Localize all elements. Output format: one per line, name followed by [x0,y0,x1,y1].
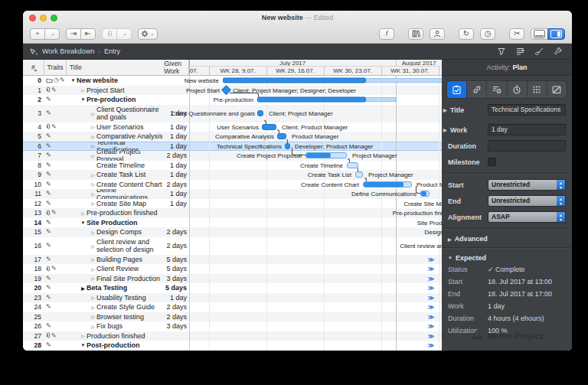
disclosure-closed-icon[interactable]: ▷ [90,172,96,178]
table-row[interactable]: 25▷Browser testing2 days≫ [23,312,442,322]
tab-schedule[interactable] [508,81,528,98]
table-row[interactable]: 17✎▷Building Pages5 days≫ [23,255,442,265]
offscreen-bar-indicator[interactable]: ≫ [428,332,434,339]
gantt-bar[interactable] [257,97,366,103]
disclosure-open-icon[interactable]: ▼ [80,220,87,225]
disclosure-closed-icon[interactable]: ▷ [90,276,96,281]
disclosure-closed-icon[interactable]: ▷ [90,124,96,129]
disclosure-closed-icon[interactable]: ▷ [80,87,87,93]
table-row[interactable]: 18✎▷Client Review5 days≫ [23,264,442,274]
gantt-bar[interactable] [355,171,363,178]
disclosure-closed-icon[interactable]: ▷ [90,181,96,187]
disclosure-closed-icon[interactable]: ▷ [90,134,96,139]
column-header-given-work[interactable]: Given Work [165,60,189,75]
disclosure-open-icon[interactable]: ▼ [70,78,77,83]
table-row[interactable]: 19✎▷Final Site Production3 days≫ [23,274,442,284]
column-header-traits[interactable]: Traits [44,60,67,75]
library-button[interactable] [408,28,423,40]
attach-button[interactable] [102,28,117,40]
gantt-bar[interactable] [366,78,442,83]
work-input[interactable]: 1 day [488,124,566,135]
table-row[interactable]: 7✎▷Create Project Proposal2 daysCreate P… [23,151,442,161]
tab-plan[interactable] [447,81,467,98]
table-row[interactable]: 26✎▷Fix bugs3 days≫ [23,321,442,331]
tab-actuals[interactable]: 0 [487,81,507,98]
alignment-select[interactable]: ASAP▲▼ [488,211,566,223]
tab-links[interactable] [467,81,487,98]
indent-button[interactable]: ⇥ [66,28,81,40]
gantt-bar[interactable] [305,152,347,158]
gantt-bar[interactable] [366,97,397,103]
offscreen-bar-indicator[interactable]: ≫ [428,323,434,330]
gantt-bar[interactable] [223,78,366,83]
disclosure-closed-icon[interactable]: ▷ [80,333,87,338]
disclosure-closed-icon[interactable]: ▷ [90,143,96,148]
table-row[interactable]: 6✎▷Technical Specifications1 dayTechnica… [23,142,442,152]
offscreen-bar-indicator[interactable]: ≫ [428,256,434,263]
breadcrumb-view[interactable]: Work Breakdown [42,47,94,55]
disclosure-closed-icon[interactable]: ▷ [90,230,96,235]
table-row[interactable]: 13✎▷Pre-production finishedPre-productio… [23,208,442,218]
gantt-bar[interactable] [262,124,276,130]
table-row[interactable]: 27✎▷Production finished≫ [23,331,442,341]
table-row[interactable]: 8✎Create Timeline1 dayCreate Timeline [23,161,442,171]
toggle-inspector-button[interactable] [547,28,565,40]
disclosure-closed-icon[interactable]: ▷ [90,266,96,272]
offscreen-bar-indicator[interactable]: ≫ [428,294,434,301]
disclosure-closed-icon[interactable]: ▷ [90,324,96,329]
table-row[interactable]: 28✎▼Post-production≫ [23,341,442,351]
disclosure-closed-icon[interactable]: ▷ [90,111,96,116]
table-row[interactable]: 2✎▼Pre-productionPre-production [23,95,442,105]
column-header-number[interactable]: #▲ [23,60,44,75]
disclosure-closed-icon[interactable]: ▷ [90,256,96,262]
timeline-header[interactable]: July 2017August 2017WK 27, 2.07.WK 28, 9… [189,60,442,75]
outdent-button[interactable]: ⇤ [80,28,96,40]
gantt-bar[interactable] [257,110,263,116]
settings-button[interactable]: ⌄ [138,28,158,40]
end-select[interactable]: Unrestricted▲▼ [488,195,566,207]
outline-format-icon[interactable] [516,47,524,55]
gantt-bar[interactable] [420,191,430,197]
offscreen-bar-indicator[interactable]: ≫ [428,313,434,320]
cut-button[interactable]: ✂ [509,28,524,40]
disclosure-closed-icon[interactable]: ▷ [90,153,96,158]
style-brush-icon[interactable] [535,47,544,55]
offscreen-bar-indicator[interactable]: ≫ [428,285,434,292]
gantt-bar[interactable] [347,162,358,168]
disclosure-open-icon[interactable]: ▼ [80,343,87,347]
milestone-checkbox[interactable] [488,158,496,166]
table-row[interactable]: 20✎▶Beta Testing5 days≫ [23,283,442,293]
table-row[interactable]: 1✎▷Project StartProject StartClient; Pro… [23,86,442,96]
disclosure-closed-icon[interactable]: ▷ [90,305,96,310]
title-input[interactable]: Technical Specifications [488,104,566,116]
offscreen-bar-indicator[interactable]: ≫ [428,304,434,311]
offscreen-bar-indicator[interactable]: ≫ [428,342,434,349]
add-activity-options-button[interactable]: ⌄ [44,28,60,40]
table-row[interactable]: 0◷✎▼New websiteNew website [23,76,442,86]
disclosure-closed-icon[interactable]: ▷ [90,191,96,197]
gantt-bar[interactable] [363,181,412,188]
offscreen-bar-indicator[interactable]: ≫ [428,275,434,282]
table-row[interactable]: 12✎▷Create Site Map1 dayCreate Site Map [23,199,442,209]
breadcrumb-section[interactable]: Entry [104,47,120,55]
expected-section-header[interactable]: ▼ Expected [442,251,572,263]
disclosure-closed-icon[interactable]: ▶ [443,127,448,132]
disclosure-closed-icon[interactable]: ▷ [90,201,96,206]
table-row[interactable]: 11✎▷Define Communications1 dayDefine Com… [23,189,442,199]
sync-button[interactable]: ↻ [459,28,474,40]
table-row[interactable]: 24✎▷Create Style Guide2 days≫ [23,302,442,312]
resources-button[interactable] [430,28,445,40]
table-row[interactable]: 23✎▷Usability Testing1 day≫ [23,293,442,303]
table-row[interactable]: 5✎▷Comparative Analysis1 dayComparative … [23,132,442,142]
attach-options-button[interactable]: ⌄ [116,28,132,40]
history-button[interactable]: ◷ [480,28,495,40]
wrench-icon[interactable] [554,47,562,55]
disclosure-closed-icon[interactable]: ▷ [90,295,96,300]
disclosure-closed-icon[interactable]: ▶ [443,107,448,113]
advanced-section-header[interactable]: ▶ Advanced [442,232,572,244]
offscreen-bar-indicator[interactable]: ≫ [428,266,434,272]
duration-input[interactable] [488,140,566,152]
table-row[interactable]: 10✎▷Create Content Chart2 daysCreate Con… [23,180,442,190]
table-row[interactable]: 4✎▷User Scenarios1 dayUser ScenariosClie… [23,122,442,132]
disclosure-closed-icon[interactable]: ▷ [80,210,87,216]
